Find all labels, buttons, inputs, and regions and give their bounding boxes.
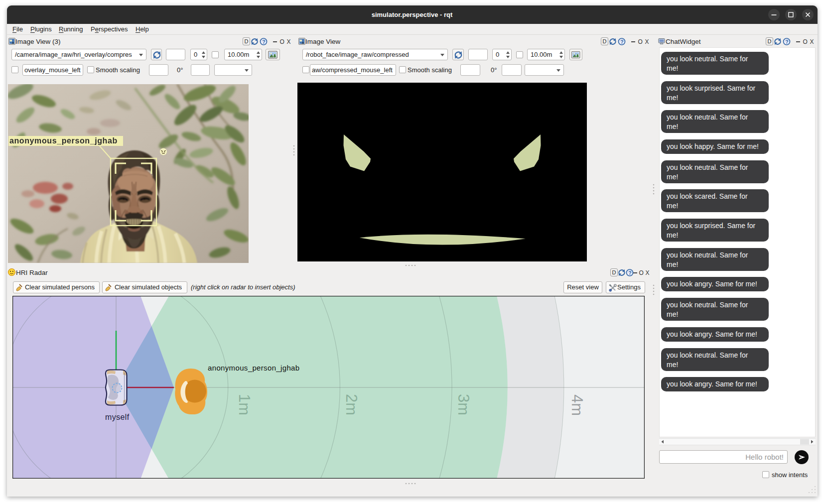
svg-text:anonymous_person_jghab: anonymous_person_jghab (9, 136, 118, 145)
svg-text:O: O (639, 269, 644, 276)
svg-text:X: X (646, 269, 650, 276)
svg-text:myself: myself (105, 413, 130, 421)
svg-text:3m: 3m (455, 394, 472, 415)
svg-text:2m: 2m (343, 394, 360, 415)
svg-text:?: ? (628, 270, 631, 276)
svg-text:D: D (612, 269, 616, 275)
svg-text:1m: 1m (236, 394, 253, 415)
svg-text:anonymous_person_jghab: anonymous_person_jghab (208, 364, 300, 372)
svg-text:4m: 4m (568, 394, 586, 416)
